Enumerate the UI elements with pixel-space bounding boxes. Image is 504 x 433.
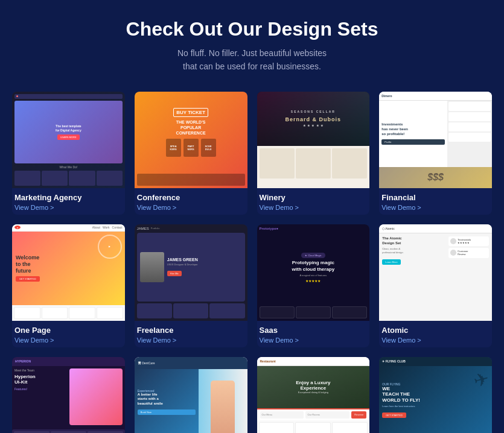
card-info-financial: Financial View Demo > xyxy=(379,188,492,215)
subtitle-line2: that can be used for real businesses. xyxy=(183,62,321,71)
card-saas[interactable]: Prototype● ★ Cloud Magic Prototyping mag… xyxy=(257,224,370,347)
thumbnail-freelance: JAMES Portfolio JAMES GREEN UI/UX Design… xyxy=(135,224,247,321)
thumbnail-saas: Prototype● ★ Cloud Magic Prototyping mag… xyxy=(257,224,370,321)
thumbnail-conference: BUY TICKET THE WORLD'SPOPULARCONFERENCE … xyxy=(135,92,247,188)
page-container: Check Out Our Design Sets No fluff. No f… xyxy=(0,0,504,433)
card-info-winery: Winery View Demo > xyxy=(257,188,370,215)
thumbnail-bnb: Restaurant Enjoy a LuxuryExperience Exce… xyxy=(257,357,370,433)
card-link-atomic[interactable]: View Demo > xyxy=(381,337,490,344)
design-sets-grid: The best templatefor Digital Agency LEAR… xyxy=(12,92,492,433)
card-flight[interactable]: ✈ FLYING CLUB OUR FLYING WETEACH THEWORL… xyxy=(379,357,492,433)
card-freelance[interactable]: JAMES Portfolio JAMES GREEN UI/UX Design… xyxy=(135,224,247,347)
card-info-atomic: Atomic View Demo > xyxy=(379,321,492,347)
thumbnail-atomic: ⬡ Atomic The AtomicDesign Set Clean, mod… xyxy=(379,224,492,321)
thumbnail-flight: ✈ FLYING CLUB OUR FLYING WETEACH THEWORL… xyxy=(379,357,492,433)
card-link-financial[interactable]: View Demo > xyxy=(381,204,490,211)
card-winery[interactable]: SEASONS CELLAR Bernard & Dubois ★ ★ ★ ★ … xyxy=(257,92,370,215)
card-title-financial: Financial xyxy=(381,193,490,202)
card-link-conference[interactable]: View Demo > xyxy=(137,204,245,211)
card-info-saas: Saas View Demo > xyxy=(257,321,370,347)
card-link-freelance[interactable]: View Demo > xyxy=(137,337,245,344)
card-link-winery[interactable]: View Demo > xyxy=(260,204,368,211)
page-header: Check Out Our Design Sets No fluff. No f… xyxy=(12,18,492,74)
card-conference[interactable]: BUY TICKET THE WORLD'SPOPULARCONFERENCE … xyxy=(135,92,247,215)
card-link-saas[interactable]: View Demo > xyxy=(260,337,368,344)
subtitle-line1: No fluff. No filler. Just beautiful webs… xyxy=(177,48,327,58)
card-hyperion[interactable]: HYPERION Meet the Team HyperionUI-Kit Fe… xyxy=(12,357,125,433)
card-info-freelance: Freelance View Demo > xyxy=(135,321,247,347)
thumbnail-hyperion: HYPERION Meet the Team HyperionUI-Kit Fe… xyxy=(12,357,125,433)
card-marketing[interactable]: The best templatefor Digital Agency LEAR… xyxy=(12,92,125,215)
page-subtitle: No fluff. No filler. Just beautiful webs… xyxy=(12,46,492,74)
card-bnb[interactable]: Restaurant Enjoy a LuxuryExperience Exce… xyxy=(257,357,370,433)
page-title: Check Out Our Design Sets xyxy=(12,18,492,40)
thumbnail-financial: Dimero Investmentshas never beenso profi… xyxy=(379,92,492,188)
card-info-conference: Conference View Demo > xyxy=(135,188,247,215)
card-title-saas: Saas xyxy=(260,326,368,335)
card-title-onepage: One Page xyxy=(14,326,123,335)
card-financial[interactable]: Dimero Investmentshas never beenso profi… xyxy=(379,92,492,215)
card-atomic[interactable]: ⬡ Atomic The AtomicDesign Set Clean, mod… xyxy=(379,224,492,347)
card-title-freelance: Freelance xyxy=(137,326,245,335)
thumbnail-marketing: The best templatefor Digital Agency LEAR… xyxy=(12,92,125,188)
card-link-onepage[interactable]: View Demo > xyxy=(14,337,123,344)
card-title-atomic: Atomic xyxy=(381,326,490,335)
card-dentist[interactable]: 🦷 DentCare Experienced A better lifestar… xyxy=(135,357,247,433)
thumbnail-winery: SEASONS CELLAR Bernard & Dubois ★ ★ ★ ★ … xyxy=(257,92,370,188)
card-title-marketing: Marketing Agency xyxy=(14,193,123,202)
thumbnail-dentist: 🦷 DentCare Experienced A better lifestar… xyxy=(135,357,247,433)
thumbnail-onepage: ● AboutWorkContact Welcometo thefuture G… xyxy=(12,224,125,321)
card-title-conference: Conference xyxy=(137,193,245,202)
card-link-marketing[interactable]: View Demo > xyxy=(14,204,123,211)
card-info-marketing: Marketing Agency View Demo > xyxy=(12,188,125,215)
card-title-winery: Winery xyxy=(260,193,368,202)
card-info-onepage: One Page View Demo > xyxy=(12,321,125,347)
card-onepage[interactable]: ● AboutWorkContact Welcometo thefuture G… xyxy=(12,224,125,347)
